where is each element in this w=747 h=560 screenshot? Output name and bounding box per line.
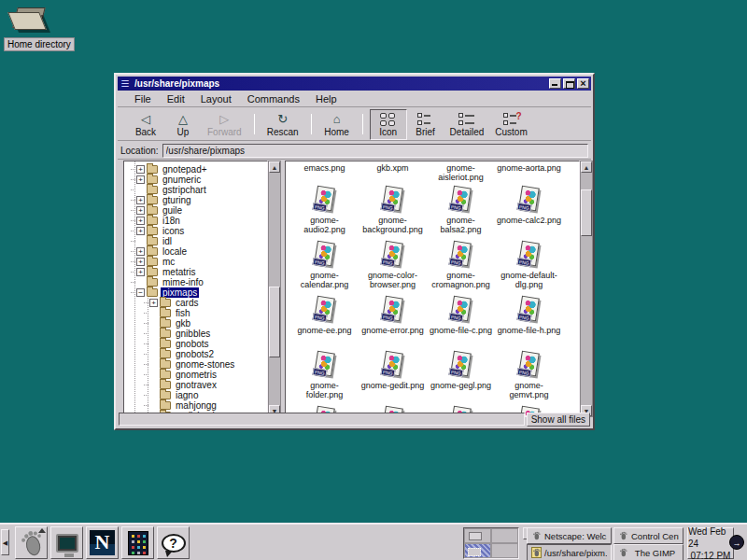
menu-file[interactable]: File (134, 93, 151, 105)
task-button-the-gimp[interactable]: The GIMP (613, 544, 684, 560)
menu-edit[interactable]: Edit (167, 93, 185, 105)
file-item-gkb-xpm[interactable]: PNGgkb.xpm (359, 161, 427, 183)
help-launcher[interactable]: ? (157, 526, 190, 559)
minimize-button[interactable] (549, 78, 561, 89)
file-item-emacs-png[interactable]: PNGemacs.png (290, 161, 359, 183)
file-item-gnome-gemvt-png[interactable]: PNGgnome-gemvt.png (495, 348, 563, 403)
toolbar-button-detailed[interactable]: Detailed (444, 109, 490, 140)
close-button[interactable] (577, 78, 589, 89)
tree-item-gturing[interactable]: +gturing (124, 195, 267, 205)
tree-item-i18n[interactable]: +i18n (124, 216, 267, 226)
tree-expander[interactable]: + (136, 165, 145, 174)
tree-expander[interactable]: − (136, 288, 145, 297)
tree-item-cards[interactable]: +cards (124, 298, 267, 308)
toolbar-button-forward[interactable]: ▷Forward (202, 109, 247, 140)
location-input[interactable] (162, 144, 588, 158)
tree-item-gnibbles[interactable]: gnibbles (124, 329, 267, 339)
window-titlebar[interactable]: ☰ /usr/share/pixmaps (118, 77, 591, 91)
file-item-gnome-aorta-png[interactable]: PNGgnome-aorta.png (495, 161, 563, 183)
tree-item-metatris[interactable]: +metatris (124, 267, 267, 277)
tree-item-pixmaps[interactable]: −pixmaps (124, 287, 267, 298)
tree-expander[interactable]: + (136, 227, 145, 235)
file-item-gnome-background-png[interactable]: PNGgnome-background.png (359, 183, 427, 238)
tree-item-gnobots[interactable]: gnobots (124, 339, 267, 349)
tree-item-gnotravex[interactable]: gnotravex (124, 380, 267, 390)
file-item-gnome-ee-png[interactable]: PNGgnome-ee.png (290, 293, 359, 348)
files-scroll-up-icon[interactable]: ▲ (581, 161, 592, 173)
file-item-gnome-cromagnon-png[interactable]: PNGgnome-cromagnon.png (427, 238, 495, 293)
toolbar-button-home[interactable]: ⌂Home (318, 109, 356, 140)
task-button-usr-share-pixm[interactable]: /usr/share/pixm... (527, 544, 612, 560)
tree-item-gnumeric[interactable]: +gnumeric (124, 175, 267, 185)
netscape-launcher[interactable]: N (86, 526, 119, 559)
menu-help[interactable]: Help (316, 93, 337, 105)
toolbar-button-icon[interactable]: Icon (370, 109, 407, 140)
file-item-gnome-color-browser-png[interactable]: PNGgnome-color-browser.png (359, 238, 427, 293)
tree-item-guile[interactable]: +guile (124, 205, 267, 216)
window-menu-icon[interactable]: ☰ (120, 78, 131, 89)
toolbar-button-custom[interactable]: ?Custom (489, 109, 532, 140)
tree-expander[interactable]: + (136, 196, 145, 204)
tree-item-gstripchart[interactable]: gstripchart (124, 185, 267, 195)
tree-item-mime-info[interactable]: mime-info (124, 277, 267, 287)
toolbar-button-back[interactable]: ◁Back (127, 109, 164, 140)
file-item-gnome-audio2-png[interactable]: PNGgnome-audio2.png (290, 183, 359, 238)
tree-expander[interactable]: + (149, 299, 158, 307)
file-item-gnome-balsa2-png[interactable]: PNGgnome-balsa2.png (427, 183, 495, 238)
menu-commands[interactable]: Commands (247, 93, 300, 105)
task-button-netscape-welc[interactable]: Netscape: Welc... (527, 527, 612, 544)
file-item-gnome-aisleriot-png[interactable]: PNGgnome-aisleriot.png (427, 161, 495, 183)
file-item-gnome-gegl-png[interactable]: PNGgnome-gegl.png (427, 348, 495, 403)
pager-workspace-2[interactable] (491, 528, 518, 543)
tree-item-gkb[interactable]: gkb (124, 318, 267, 329)
tree-item-gnometris[interactable]: gnometris (124, 370, 267, 380)
file-item-gnome-folder-png[interactable]: PNGgnome-folder.png (290, 348, 359, 403)
panel-hide-left-button[interactable]: ◀ (1, 529, 9, 555)
tree-expander[interactable]: + (136, 175, 145, 184)
tree-item-mahjongg[interactable]: mahjongg (124, 400, 267, 411)
files-scrollbar[interactable]: ▲ ▼ (580, 161, 593, 417)
png-tag-label: PNG (516, 203, 531, 212)
file-item-gnome-gedit-png[interactable]: PNGgnome-gedit.png (359, 348, 427, 403)
tree-scrollbar-thumb[interactable] (269, 287, 280, 357)
tree-item-icons[interactable]: +icons (124, 226, 267, 236)
pager-workspace-1[interactable] (464, 528, 491, 543)
maximize-button[interactable] (563, 78, 575, 89)
tree-expander[interactable]: + (136, 206, 145, 215)
tree-item-gnome-stones[interactable]: gnome-stones (124, 359, 267, 370)
tree-expander[interactable]: + (136, 247, 145, 256)
file-item-gnome-error-png[interactable]: PNGgnome-error.png (359, 293, 427, 348)
file-item-gnome-default-dlg-png[interactable]: PNGgnome-default-dlg.png (495, 238, 563, 293)
desktop-icon-home-directory[interactable]: Home directory (4, 4, 88, 51)
night-building-launcher[interactable] (121, 526, 154, 559)
file-item-gnome-calc2-png[interactable]: PNGgnome-calc2.png (495, 183, 563, 238)
toolbar-button-rescan[interactable]: ↻Rescan (261, 109, 304, 140)
tree-item-locale[interactable]: +locale (124, 246, 267, 257)
tree-scrollbar[interactable]: ▲ ▼ (268, 161, 281, 417)
toolbar-button-up[interactable]: △Up (164, 109, 202, 140)
file-item-gnome-file-c-png[interactable]: PNGgnome-file-c.png (427, 293, 495, 348)
tree-expander[interactable]: + (136, 217, 145, 225)
tree-item-mc[interactable]: +mc (124, 257, 267, 267)
tree-item-iagno[interactable]: iagno (124, 390, 267, 400)
tree-scroll-up-icon[interactable]: ▲ (269, 161, 280, 173)
files-scrollbar-thumb[interactable] (581, 189, 592, 236)
show-all-files-button[interactable]: Show all files (527, 413, 590, 427)
tree-expander[interactable]: + (136, 258, 145, 266)
tree-item-idl[interactable]: idl (124, 236, 267, 246)
panel-hide-right-button[interactable]: → (729, 535, 744, 550)
tree-item-gnobots2[interactable]: gnobots2 (124, 349, 267, 359)
toolbar-button-brief[interactable]: Brief (407, 109, 444, 140)
png-tag-label: PNG (380, 258, 395, 267)
file-item-gnome-file-h-png[interactable]: PNGgnome-file-h.png (495, 293, 563, 348)
task-button-control-center[interactable]: Control Center (613, 527, 684, 544)
menu-layout[interactable]: Layout (201, 93, 232, 105)
tree-item-gnotepad[interactable]: +gnotepad+ (124, 164, 267, 175)
tree-expander[interactable]: + (136, 268, 145, 276)
tree-item-fish[interactable]: fish (124, 308, 267, 318)
file-item-gnome-calendar-png[interactable]: PNGgnome-calendar.png (290, 238, 359, 293)
pager-workspace-4[interactable] (491, 543, 518, 558)
main-menu-button[interactable] (15, 526, 48, 559)
pager-workspace-3-active[interactable] (464, 543, 491, 558)
terminal-launcher[interactable] (50, 526, 83, 559)
